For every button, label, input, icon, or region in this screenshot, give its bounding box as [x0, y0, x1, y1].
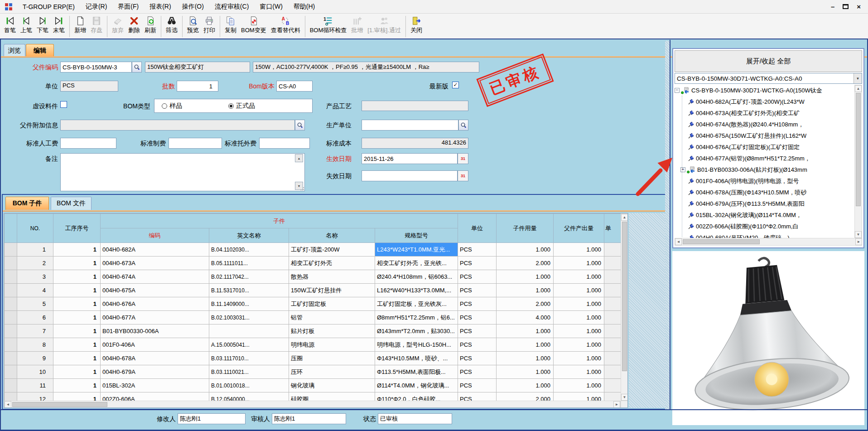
- tree-item[interactable]: 004H0-680A(吊环)(M20、铁度锌。): [675, 232, 854, 238]
- cell-unit[interactable]: PCS: [458, 270, 497, 284]
- cell-no[interactable]: 3: [17, 270, 53, 284]
- cell-en-name[interactable]: B.02.1117042...: [209, 270, 289, 284]
- cell-seq[interactable]: 1: [53, 324, 101, 338]
- collapse-icon[interactable]: −: [675, 88, 680, 93]
- expire-calendar-button[interactable]: 31: [458, 170, 468, 181]
- toolbar-preview-button[interactable]: 预览: [185, 15, 201, 35]
- menu-item-0[interactable]: 记录(R): [80, 1, 112, 13]
- spec-header[interactable]: 规格型号: [375, 228, 458, 243]
- tree-item[interactable]: 004H0-679A(压环)(Φ113.5*H5MM,表面阳: [675, 198, 854, 209]
- menu-item-5[interactable]: 窗口(W): [254, 1, 288, 13]
- cell-en-name[interactable]: B.03.1110021...: [209, 365, 289, 379]
- cell-name[interactable]: 工矿灯-顶盖-200W: [289, 243, 375, 257]
- cell-extra[interactable]: [604, 324, 621, 338]
- cell-extra[interactable]: [604, 311, 621, 324]
- cell-qty[interactable]: 1.000: [497, 243, 554, 257]
- cell-seq[interactable]: 1: [53, 365, 101, 379]
- seq-header[interactable]: 工序序号: [53, 214, 101, 243]
- cell-no[interactable]: 7: [17, 324, 53, 338]
- cell-qty[interactable]: 1.000: [497, 338, 554, 352]
- cell-code[interactable]: 004H0-677A: [101, 311, 209, 324]
- cell-qty[interactable]: 1.000: [497, 379, 554, 392]
- cell-en-name[interactable]: B.05.1111011...: [209, 257, 289, 270]
- cell-code[interactable]: 004H0-675A: [101, 284, 209, 297]
- tree-item[interactable]: 004H0-673A(相变工矿灯外壳)(相变工矿: [675, 107, 854, 119]
- no-header[interactable]: NO.: [17, 214, 53, 243]
- prod-unit-input[interactable]: [362, 120, 458, 131]
- cell-extra[interactable]: [604, 338, 621, 352]
- cell-no[interactable]: 2: [17, 257, 53, 270]
- remark-scroll-up-icon[interactable]: ▲: [295, 154, 303, 162]
- bom-version-dropdown[interactable]: CS-BYB-0-150MW-30D71-WCTKG-A0:CS-A0 ▼: [675, 73, 862, 84]
- tab-bom-children[interactable]: BOM 子件: [5, 197, 49, 210]
- cell-no[interactable]: 9: [17, 352, 53, 365]
- tab-edit[interactable]: 编辑: [26, 44, 54, 57]
- modifier-input[interactable]: [178, 413, 246, 424]
- cell-qty[interactable]: 4.000: [497, 311, 554, 324]
- cell-name[interactable]: 散热器: [289, 270, 375, 284]
- cell-en-name[interactable]: [209, 324, 289, 338]
- menu-item-6[interactable]: 帮助(H): [288, 1, 320, 13]
- cell-name[interactable]: 压圈: [289, 352, 375, 365]
- parent-qty-header[interactable]: 父件产出量: [554, 214, 604, 243]
- cell-extra[interactable]: [604, 379, 621, 392]
- cell-parent-qty[interactable]: 1.000: [554, 311, 604, 324]
- cell-unit[interactable]: PCS: [458, 352, 497, 365]
- scrollbar-thumb[interactable]: [12, 402, 107, 407]
- mfg-cost-input[interactable]: [169, 138, 222, 149]
- cell-unit[interactable]: PCS: [458, 284, 497, 297]
- scrollbar-thumb[interactable]: [683, 239, 760, 244]
- cell-spec[interactable]: Ø8mm*H51*T2.25mm，铝6...: [375, 311, 458, 324]
- expand-collapse-all-button[interactable]: 展开/收起 全部: [675, 50, 862, 72]
- toolbar-new-button[interactable]: 新增: [72, 15, 88, 35]
- row-selector[interactable]: [5, 257, 17, 270]
- tree-vertical-scrollbar[interactable]: ▲ ▼: [854, 85, 862, 238]
- truncated-header[interactable]: 单: [604, 214, 621, 243]
- cell-name[interactable]: 明纬电源: [289, 338, 375, 352]
- cell-name[interactable]: 工矿灯固定板: [289, 297, 375, 311]
- batch-input[interactable]: [177, 81, 218, 92]
- cell-en-name[interactable]: B.11.1409000...: [209, 297, 289, 311]
- status-input[interactable]: [378, 413, 452, 424]
- tab-bom-files[interactable]: BOM 文件: [51, 197, 92, 210]
- table-horizontal-scrollbar[interactable]: ◄ ►: [4, 401, 621, 408]
- cell-name[interactable]: 铝管: [289, 311, 375, 324]
- cell-parent-qty[interactable]: 1.000: [554, 365, 604, 379]
- scroll-right-icon[interactable]: ►: [613, 401, 620, 408]
- qty-header[interactable]: 子件用量: [497, 214, 554, 243]
- cell-qty[interactable]: 2.000: [497, 257, 554, 270]
- cell-spec[interactable]: Ø143mm*T2.0mm，贴3030...: [375, 324, 458, 338]
- cell-spec[interactable]: Φ143*H10.5MM，喷砂、...: [375, 352, 458, 365]
- tree-item[interactable]: 004H0-674A(散热器)(Ø240.4*H108mm，: [675, 119, 854, 130]
- cell-seq[interactable]: 1: [53, 379, 101, 392]
- toolbar-copy-button[interactable]: 复制: [222, 15, 239, 35]
- tree-root[interactable]: −CS-BYB-0-150MW-30D71-WCTKG-A0(150W钛金: [675, 85, 854, 96]
- toolbar-substitute-button[interactable]: AB查看替代料: [269, 15, 303, 35]
- menu-item-1[interactable]: 界面(F): [112, 1, 144, 13]
- cell-unit[interactable]: PCS: [458, 338, 497, 352]
- cell-extra[interactable]: [604, 257, 621, 270]
- cell-seq[interactable]: 1: [53, 352, 101, 365]
- cell-code[interactable]: 004H0-676A: [101, 297, 209, 311]
- menu-item-3[interactable]: 操作(O): [177, 1, 209, 13]
- tree-item[interactable]: 004H0-677A(铝管)(Ø8mm*H51*T2.25mm，: [675, 153, 854, 164]
- cell-spec[interactable]: Ø114*T4.0MM，钢化玻璃...: [375, 379, 458, 392]
- cell-code[interactable]: 004H0-682A: [101, 243, 209, 257]
- tree-item[interactable]: 001F0-406A(明纬电源)(明纬电源，型号: [675, 175, 854, 187]
- cell-seq[interactable]: 1: [53, 338, 101, 352]
- expand-icon[interactable]: +: [680, 167, 685, 172]
- table-vertical-scrollbar[interactable]: ▲ ▼: [621, 213, 628, 401]
- cell-code[interactable]: 004H0-674A: [101, 270, 209, 284]
- cell-seq[interactable]: 1: [53, 284, 101, 297]
- cell-spec[interactable]: 明纬电源，型号HLG-150H...: [375, 338, 458, 352]
- cell-spec[interactable]: Φ113.5*H5MM,表面阳极...: [375, 365, 458, 379]
- cell-no[interactable]: 6: [17, 311, 53, 324]
- cell-parent-qty[interactable]: 1.000: [554, 243, 604, 257]
- cell-parent-qty[interactable]: 1.000: [554, 284, 604, 297]
- cell-en-name[interactable]: B.03.1117010...: [209, 352, 289, 365]
- bom-type-formal-option[interactable]: 正式品: [228, 102, 255, 110]
- tree-item[interactable]: 015BL-302A(钢化玻璃)(Ø114*T4.0MM，: [675, 209, 854, 221]
- expire-date-input[interactable]: [362, 170, 458, 181]
- tree-item[interactable]: 004H0-675A(150W工矿灯悬挂件)(L162*W: [675, 130, 854, 141]
- tree-item[interactable]: 004H0-678A(压圈)(Φ143*H10.5MM，喷砂: [675, 187, 854, 198]
